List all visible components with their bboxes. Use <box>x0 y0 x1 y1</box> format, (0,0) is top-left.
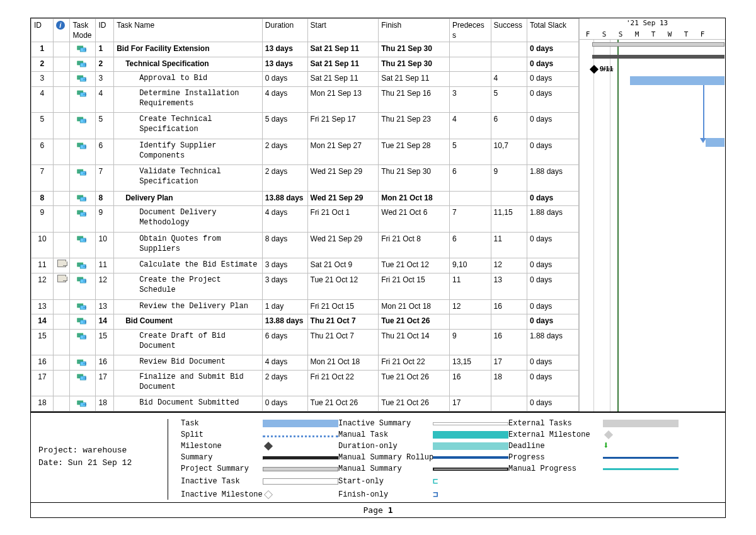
cell-slack[interactable]: 0 days <box>527 355 578 371</box>
cell-pred[interactable]: 16 <box>449 370 491 396</box>
cell-pred[interactable] <box>449 42 491 57</box>
cell-start[interactable]: Wed 21 Sep 29 <box>307 232 379 258</box>
cell-start[interactable]: Sat 21 Sep 11 <box>307 57 379 72</box>
cell-duration[interactable]: 4 days <box>262 206 307 233</box>
cell-finish[interactable]: Mon 21 Oct 18 <box>379 191 450 206</box>
cell-pred[interactable]: 17 <box>449 396 491 411</box>
cell-task-name[interactable]: Validate Technical Specification <box>114 165 263 192</box>
cell-duration[interactable]: 13.88 days <box>262 191 307 206</box>
cell-succ[interactable] <box>491 191 527 206</box>
cell-pred[interactable]: 9 <box>449 329 491 355</box>
task-row[interactable]: 1515Create Draft of Bid Document6 daysTh… <box>32 329 579 355</box>
cell-succ[interactable]: 9 <box>491 165 527 192</box>
cell-duration[interactable]: 3 days <box>262 273 307 300</box>
cell-finish[interactable]: Thu 21 Sep 23 <box>379 113 450 139</box>
cell-slack[interactable]: 0 days <box>527 258 578 273</box>
cell-task-name[interactable]: Delivery Plan <box>114 191 263 206</box>
cell-pred[interactable] <box>449 57 491 72</box>
col-duration[interactable]: Duration <box>262 19 307 42</box>
cell-task-name[interactable]: Create Draft of Bid Document <box>114 329 263 355</box>
cell-duration[interactable]: 4 days <box>262 86 307 113</box>
cell-duration[interactable]: 2 days <box>262 370 307 396</box>
cell-task-name[interactable]: Bid For Facility Extension <box>114 42 263 57</box>
cell-finish[interactable]: Mon 21 Oct 18 <box>379 299 450 314</box>
cell-duration[interactable]: 1 day <box>262 299 307 314</box>
col-finish[interactable]: Finish <box>379 19 450 42</box>
cell-duration[interactable]: 2 days <box>262 165 307 192</box>
cell-succ[interactable]: 16 <box>491 329 527 355</box>
cell-pred[interactable] <box>449 191 491 206</box>
cell-slack[interactable]: 0 days <box>527 232 578 258</box>
cell-task-name[interactable]: Bid Coument <box>114 314 263 330</box>
cell-slack[interactable]: 0 days <box>527 113 578 139</box>
cell-finish[interactable]: Thu 21 Sep 30 <box>379 57 450 72</box>
cell-slack[interactable]: 0 days <box>527 396 578 411</box>
task-row[interactable]: 99Document Delivery Methodology4 daysFri… <box>32 206 579 233</box>
cell-start[interactable]: Mon 21 Sep 13 <box>307 86 379 113</box>
cell-slack[interactable]: 1.88 days <box>527 329 578 355</box>
cell-duration[interactable]: 6 days <box>262 329 307 355</box>
cell-start[interactable]: Sat 21 Sep 11 <box>307 42 379 57</box>
cell-pred[interactable]: 9,10 <box>449 258 491 273</box>
cell-duration[interactable]: 5 days <box>262 113 307 139</box>
cell-finish[interactable]: Thu 21 Oct 14 <box>379 329 450 355</box>
cell-finish[interactable]: Thu 21 Sep 16 <box>379 86 450 113</box>
cell-duration[interactable]: 13.88 days <box>262 314 307 330</box>
cell-succ[interactable] <box>491 42 527 57</box>
cell-task-name[interactable]: Technical Specification <box>114 57 263 72</box>
cell-slack[interactable]: 0 days <box>527 42 578 57</box>
task-row[interactable]: 33Approval to Bid0 daysSat 21 Sep 11Sat … <box>32 72 579 87</box>
cell-pred[interactable]: 7 <box>449 206 491 233</box>
cell-duration[interactable]: 4 days <box>262 355 307 371</box>
cell-start[interactable]: Thu 21 Oct 7 <box>307 329 379 355</box>
cell-task-name[interactable]: Approval to Bid <box>114 72 263 87</box>
cell-slack[interactable]: 0 days <box>527 72 578 87</box>
task-table[interactable]: ID i Task Mode ID Task Name Duration Sta… <box>31 18 579 411</box>
cell-start[interactable]: Thu 21 Oct 7 <box>307 314 379 330</box>
cell-slack[interactable]: 0 days <box>527 86 578 113</box>
cell-finish[interactable]: Tue 21 Oct 12 <box>379 258 450 273</box>
task-row[interactable]: 77Validate Technical Specification2 days… <box>32 165 579 192</box>
cell-start[interactable]: Fri 21 Sep 17 <box>307 113 379 139</box>
cell-succ[interactable]: 5 <box>491 86 527 113</box>
cell-pred[interactable]: 6 <box>449 165 491 192</box>
cell-start[interactable]: Tue 21 Oct 26 <box>307 396 379 411</box>
cell-finish[interactable]: Fri 21 Oct 8 <box>379 232 450 258</box>
cell-slack[interactable]: 0 days <box>527 299 578 314</box>
cell-succ[interactable] <box>491 396 527 411</box>
col-start[interactable]: Start <box>307 19 379 42</box>
cell-slack[interactable]: 0 days <box>527 273 578 300</box>
cell-succ[interactable]: 16 <box>491 299 527 314</box>
cell-finish[interactable]: Thu 21 Sep 30 <box>379 42 450 57</box>
task-row[interactable]: 1717Finalize and Submit Bid Document2 da… <box>32 370 579 396</box>
cell-finish[interactable]: Wed 21 Oct 6 <box>379 206 450 233</box>
col-id[interactable]: ID <box>32 19 54 42</box>
cell-task-name[interactable]: Create the Project Schedule <box>114 273 263 300</box>
cell-pred[interactable]: 5 <box>449 139 491 165</box>
task-row[interactable]: 1616Review Bid Document4 daysMon 21 Oct … <box>32 355 579 371</box>
cell-start[interactable]: Sat 21 Sep 11 <box>307 72 379 87</box>
task-row[interactable]: 44Determine Installation Requirements4 d… <box>32 86 579 113</box>
cell-pred[interactable]: 12 <box>449 299 491 314</box>
cell-succ[interactable]: 18 <box>491 370 527 396</box>
gantt-panel[interactable]: '21 Sep 13 FSSMTWTF 9/11 <box>579 18 725 411</box>
cell-finish[interactable]: Sat 21 Sep 11 <box>379 72 450 87</box>
cell-duration[interactable]: 0 days <box>262 72 307 87</box>
cell-finish[interactable]: Tue 21 Sep 28 <box>379 139 450 165</box>
cell-task-name[interactable]: Obtain Quotes from Suppliers <box>114 232 263 258</box>
col-mode[interactable]: Task Mode <box>70 19 96 42</box>
cell-task-name[interactable]: Finalize and Submit Bid Document <box>114 370 263 396</box>
cell-task-name[interactable]: Review Bid Document <box>114 355 263 371</box>
summary-bar[interactable] <box>592 55 724 59</box>
cell-start[interactable]: Fri 21 Oct 15 <box>307 299 379 314</box>
cell-duration[interactable]: 8 days <box>262 232 307 258</box>
cell-start[interactable]: Wed 21 Sep 29 <box>307 191 379 206</box>
task-row[interactable]: 1313Review the Delivery Plan1 dayFri 21 … <box>32 299 579 314</box>
cell-slack[interactable]: 0 days <box>527 370 578 396</box>
task-bar-4[interactable] <box>630 76 724 85</box>
cell-slack[interactable]: 1.88 days <box>527 165 578 192</box>
cell-start[interactable]: Sat 21 Oct 9 <box>307 258 379 273</box>
cell-pred[interactable] <box>449 72 491 87</box>
cell-start[interactable]: Wed 21 Sep 29 <box>307 165 379 192</box>
cell-task-name[interactable]: Create Technical Specification <box>114 113 263 139</box>
